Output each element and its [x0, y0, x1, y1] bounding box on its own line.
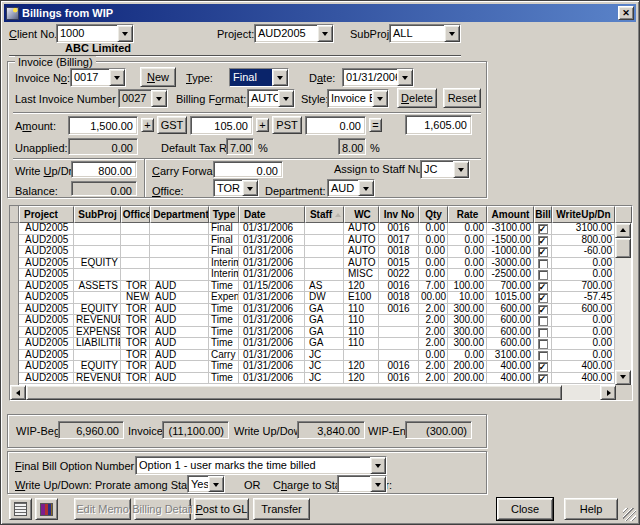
charge-staff-dropdown-button[interactable] — [370, 476, 386, 492]
transfer-button[interactable]: Transfer — [253, 498, 310, 520]
help-button[interactable]: Help — [564, 498, 618, 520]
charge-staff-combo[interactable] — [337, 475, 387, 493]
grid-cell[interactable] — [305, 246, 344, 258]
grid-cell[interactable] — [121, 235, 150, 247]
grid-cell[interactable]: 110 — [344, 304, 379, 316]
grid-cell[interactable]: NEW — [121, 292, 150, 304]
checked-checkbox-icon[interactable] — [538, 282, 548, 292]
table-row[interactable]: AUD2005REVENUETORAUDTime01/31/2006GA1102… — [19, 315, 615, 327]
col-header-subproj[interactable]: SubProj — [74, 206, 121, 223]
grid-cell[interactable]: 0.00 — [419, 223, 448, 235]
grid-cell[interactable]: AUD2005 — [19, 361, 74, 373]
grid-cell[interactable]: AUD2005 — [19, 327, 74, 339]
grid-cell[interactable] — [121, 269, 150, 281]
grid-cell[interactable]: 0022 — [379, 269, 419, 281]
grid-cell[interactable]: Final — [209, 246, 239, 258]
grid-cell[interactable]: 7.00 — [419, 281, 448, 293]
final-bill-dropdown-button[interactable] — [370, 457, 386, 474]
grid-cell[interactable] — [379, 327, 419, 339]
grid-cell[interactable]: 2.00 — [419, 338, 448, 350]
grid-cell[interactable]: 3100.00 — [552, 223, 615, 235]
grid-cell[interactable]: Time — [209, 327, 239, 339]
col-header-bill[interactable]: Bill — [534, 206, 552, 223]
grid-cell[interactable]: 2.00 — [419, 315, 448, 327]
bill-cell[interactable] — [534, 338, 552, 350]
grid-cell[interactable] — [150, 246, 209, 258]
checked-checkbox-icon[interactable] — [538, 247, 548, 257]
grid-cell[interactable]: 300.00 — [448, 327, 487, 339]
grid-cell[interactable]: AUD — [150, 327, 209, 339]
col-header-date[interactable]: Date — [239, 206, 305, 223]
grid-cell[interactable]: 200.00 — [448, 373, 487, 385]
grid-cell[interactable]: JC — [305, 350, 344, 362]
table-row[interactable]: AUD2005TORAUDCarry Forward01/31/2006JC0.… — [19, 350, 615, 362]
grid-cell[interactable] — [150, 258, 209, 270]
grid-cell[interactable]: Time — [209, 373, 239, 385]
scroll-right-button[interactable] — [600, 385, 616, 400]
horizontal-scrollbar[interactable] — [10, 385, 632, 400]
col-header-wc[interactable]: WC — [344, 206, 379, 223]
grid-cell[interactable]: Time — [209, 338, 239, 350]
grid-cell[interactable]: 2.00 — [419, 373, 448, 385]
grid-cell[interactable]: AUD2005 — [19, 258, 74, 270]
grid-cell[interactable]: -2500.00 — [487, 269, 534, 281]
grid-cell[interactable]: TOR — [121, 315, 150, 327]
grid-cell[interactable]: 01/31/2006 — [239, 327, 305, 339]
grid-cell[interactable]: 2.00 — [419, 304, 448, 316]
grid-cell[interactable]: 0.00 — [448, 350, 487, 362]
grid-cell[interactable] — [150, 235, 209, 247]
unchecked-checkbox-icon[interactable] — [538, 351, 548, 361]
bill-cell[interactable] — [534, 350, 552, 362]
grid-cell[interactable] — [305, 223, 344, 235]
close-button[interactable]: ✕ — [618, 6, 634, 20]
grid-cell[interactable] — [379, 350, 419, 362]
grid-cell[interactable]: TOR — [121, 361, 150, 373]
grid-cell[interactable]: 700.00 — [487, 281, 534, 293]
col-header-project[interactable]: Project — [19, 206, 74, 223]
table-row[interactable]: AUD2005EQUITYTORAUDTime01/31/2006JC12000… — [19, 361, 615, 373]
bill-cell[interactable] — [534, 235, 552, 247]
grid-cell[interactable]: AUD — [150, 281, 209, 293]
grid-cell[interactable]: 0.00 — [419, 235, 448, 247]
checked-checkbox-icon[interactable] — [538, 236, 548, 246]
col-header-department[interactable]: Department — [150, 206, 209, 223]
unchecked-checkbox-icon[interactable] — [538, 316, 548, 326]
vertical-scrollbar-track[interactable] — [615, 258, 631, 370]
grid-cell[interactable] — [74, 292, 121, 304]
grid-cell[interactable]: 01/31/2006 — [239, 373, 305, 385]
office-combo[interactable]: TOR — [213, 179, 259, 197]
grid-cell[interactable]: 0016 — [379, 304, 419, 316]
equals-button[interactable]: = — [369, 118, 382, 132]
bill-cell[interactable] — [534, 373, 552, 385]
grid-cell[interactable]: AUD2005 — [19, 281, 74, 293]
grid-cell[interactable]: GA — [305, 327, 344, 339]
grid-cell[interactable]: AUTO — [344, 235, 379, 247]
grid-cell[interactable]: AUD — [150, 338, 209, 350]
grid-cell[interactable]: -3100.00 — [487, 223, 534, 235]
grid-cell[interactable]: 10.00 — [448, 292, 487, 304]
bill-cell[interactable] — [534, 327, 552, 339]
grid-cell[interactable] — [74, 235, 121, 247]
grid-cell[interactable]: 01/31/2006 — [239, 304, 305, 316]
grid-cell[interactable]: AUD — [150, 304, 209, 316]
date-dropdown-button[interactable] — [397, 69, 413, 86]
grid-cell[interactable]: 120 — [344, 361, 379, 373]
billing-format-combo[interactable]: AUTO — [247, 89, 295, 108]
table-row[interactable]: AUD2005Final01/31/2006AUTO00170.000.00-1… — [19, 235, 615, 247]
checked-checkbox-icon[interactable] — [538, 293, 548, 303]
grid-cell[interactable]: E100 — [344, 292, 379, 304]
grid-cell[interactable]: TOR — [121, 281, 150, 293]
grid-cell[interactable]: 01/31/2006 — [239, 223, 305, 235]
grid-cell[interactable]: AUD — [150, 361, 209, 373]
grid-cell[interactable]: Time — [209, 361, 239, 373]
grid-cell[interactable] — [74, 269, 121, 281]
grid-cell[interactable]: AUTO — [344, 258, 379, 270]
chart-button[interactable] — [35, 498, 58, 520]
grid-cell[interactable]: EQUITY — [74, 258, 121, 270]
close-dialog-button[interactable]: Close — [497, 498, 553, 520]
grid-cell[interactable]: 0.00 — [552, 350, 615, 362]
last-invoice-combo[interactable]: 0027 — [118, 89, 168, 108]
print-button[interactable] — [9, 498, 32, 520]
col-header-writeupdn[interactable]: WriteUp/Dn — [552, 206, 615, 223]
grid-cell[interactable]: AUD — [150, 373, 209, 385]
